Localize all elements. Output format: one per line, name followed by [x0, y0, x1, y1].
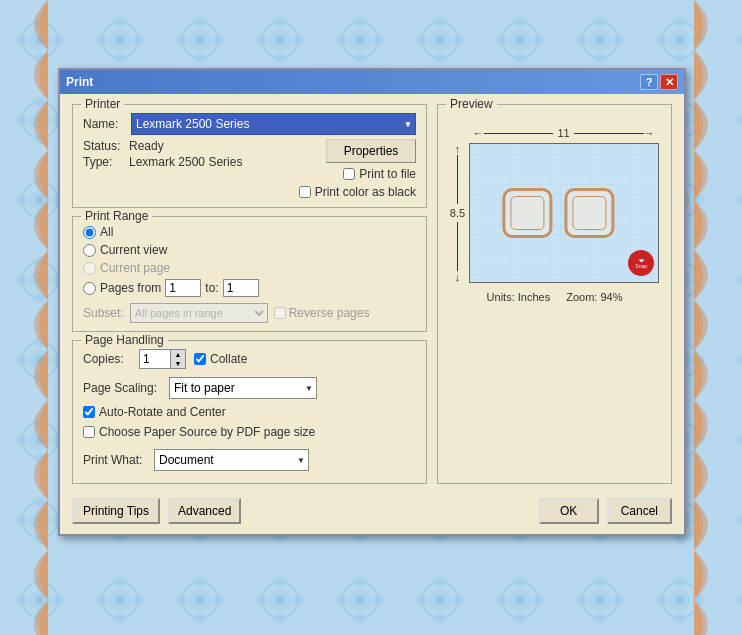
- copies-up-button[interactable]: ▲: [171, 350, 185, 359]
- print-to-file-checkbox[interactable]: [343, 168, 355, 180]
- properties-button[interactable]: Properties: [326, 139, 416, 163]
- name-label: Name:: [83, 117, 125, 131]
- units-label: Units: Inches: [487, 291, 551, 303]
- page-handling-label: Page Handling: [81, 333, 168, 347]
- pages-from-label: Pages from: [100, 281, 161, 295]
- all-label: All: [100, 225, 113, 239]
- printer-select[interactable]: Lexmark 2500 Series: [131, 113, 416, 135]
- status-value: Ready: [129, 139, 164, 153]
- current-view-radio-label[interactable]: Current view: [83, 243, 416, 257]
- print-to-file-label[interactable]: Print to file: [343, 167, 416, 181]
- subset-select[interactable]: All pages in range: [130, 303, 268, 323]
- subset-label: Subset:: [83, 306, 124, 320]
- close-button[interactable]: ✕: [660, 74, 678, 90]
- reverse-label: Reverse pages: [289, 306, 370, 320]
- advanced-button[interactable]: Advanced: [168, 498, 241, 524]
- title-bar: Print ? ✕: [60, 70, 684, 94]
- scaling-select[interactable]: Fit to paper None Shrink to Printable Ar…: [169, 377, 317, 399]
- copies-label: Copies:: [83, 352, 131, 366]
- choose-paper-label[interactable]: Choose Paper Source by PDF page size: [83, 425, 416, 439]
- all-radio[interactable]: [83, 226, 96, 239]
- auto-rotate-checkbox[interactable]: [83, 406, 95, 418]
- print-dialog: Print ? ✕ Printer Name:: [58, 68, 686, 536]
- collate-label: Collate: [210, 352, 247, 366]
- choose-paper-checkbox[interactable]: [83, 426, 95, 438]
- current-page-radio[interactable]: [83, 262, 96, 275]
- type-label: Type:: [83, 155, 125, 169]
- copies-input[interactable]: [140, 350, 170, 368]
- print-range-group: Print Range All Current view Curren: [72, 216, 427, 332]
- width-dim: 11: [553, 127, 573, 139]
- current-view-radio[interactable]: [83, 244, 96, 257]
- current-page-radio-label[interactable]: Current page: [83, 261, 416, 275]
- ok-button[interactable]: OK: [539, 498, 599, 524]
- print-range-label: Print Range: [81, 209, 152, 223]
- scaling-label: Page Scaling:: [83, 381, 163, 395]
- type-value: Lexmark 2500 Series: [129, 155, 242, 169]
- preview-label: Preview: [446, 97, 497, 111]
- help-button[interactable]: ?: [640, 74, 658, 90]
- collate-checkbox[interactable]: [194, 353, 206, 365]
- print-color-label[interactable]: Print color as black: [299, 185, 416, 199]
- all-radio-label[interactable]: All: [83, 225, 416, 239]
- height-dim: 8.5: [450, 204, 465, 222]
- print-what-select[interactable]: Document Document and Markup Document an…: [154, 449, 309, 471]
- dialog-title: Print: [66, 75, 93, 89]
- preview-badge: ❤ Snap: [628, 250, 654, 276]
- svg-rect-9: [694, 0, 742, 635]
- svg-rect-8: [0, 0, 48, 635]
- pages-to-input[interactable]: [223, 279, 259, 297]
- printing-tips-button[interactable]: Printing Tips: [72, 498, 160, 524]
- preview-paper: ❤ Snap: [469, 143, 659, 283]
- current-page-label: Current page: [100, 261, 170, 275]
- pages-to-label: to:: [205, 281, 218, 295]
- page-handling-group: Page Handling Copies: ▲ ▼: [72, 340, 427, 484]
- dialog-footer: Printing Tips Advanced OK Cancel: [60, 492, 684, 534]
- printer-group: Printer Name: Lexmark 2500 Series ▼: [72, 104, 427, 208]
- pages-radio[interactable]: [83, 282, 96, 295]
- stamp-1: [503, 188, 553, 238]
- print-what-label: Print What:: [83, 453, 148, 467]
- auto-rotate-label[interactable]: Auto-Rotate and Center: [83, 405, 416, 419]
- printer-group-label: Printer: [81, 97, 124, 111]
- preview-panel: Preview ← 11 →: [437, 104, 672, 484]
- cancel-button[interactable]: Cancel: [607, 498, 672, 524]
- print-color-checkbox[interactable]: [299, 186, 311, 198]
- zoom-label: Zoom: 94%: [566, 291, 622, 303]
- copies-down-button[interactable]: ▼: [171, 359, 185, 368]
- stamp-2: [565, 188, 615, 238]
- current-view-label: Current view: [100, 243, 167, 257]
- pages-from-input[interactable]: [165, 279, 201, 297]
- reverse-pages-checkbox[interactable]: [274, 307, 286, 319]
- status-label: Status:: [83, 139, 125, 153]
